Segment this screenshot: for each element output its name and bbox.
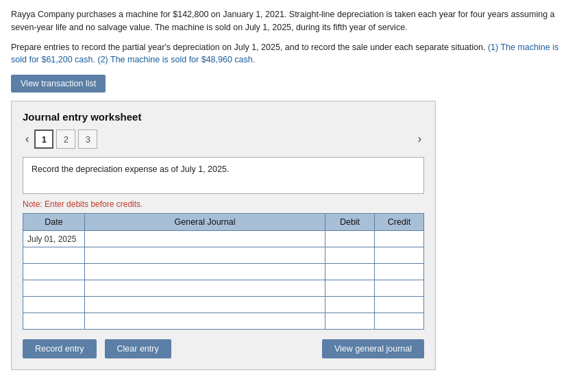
debit-input[interactable] (330, 284, 370, 293)
credit-input[interactable] (379, 317, 419, 326)
view-transaction-button[interactable]: View transaction list (11, 75, 106, 93)
tab-1[interactable]: 1 (34, 130, 53, 149)
col-header-date: Date (23, 214, 85, 231)
debit-input[interactable] (330, 317, 370, 326)
date-cell (23, 280, 85, 297)
journal-cell[interactable] (85, 247, 325, 264)
table-row: July 01, 2025 (23, 231, 424, 247)
debit-input[interactable] (330, 267, 370, 277)
col-header-debit: Debit (325, 214, 375, 231)
bottom-buttons: Record entry Clear entry View general jo… (23, 339, 424, 358)
journal-cell[interactable] (85, 297, 325, 313)
date-cell (23, 264, 85, 280)
journal-input[interactable] (89, 300, 321, 310)
table-row (23, 297, 424, 313)
journal-input[interactable] (89, 317, 321, 326)
prev-tab-arrow[interactable]: ‹ (23, 132, 32, 147)
credit-input[interactable] (379, 234, 419, 244)
journal-cell[interactable] (85, 231, 325, 247)
date-cell (23, 247, 85, 264)
date-cell: July 01, 2025 (23, 231, 85, 247)
debit-cell[interactable] (325, 280, 375, 297)
tab-2[interactable]: 2 (56, 130, 75, 149)
journal-input[interactable] (89, 234, 321, 244)
note-text: Note: Enter debits before credits. (23, 199, 424, 209)
journal-input[interactable] (89, 284, 321, 293)
credit-cell[interactable] (375, 264, 424, 280)
journal-cell[interactable] (85, 264, 325, 280)
credit-input[interactable] (379, 251, 419, 260)
journal-entry-worksheet: Journal entry worksheet ‹ 1 2 3 › Record… (11, 101, 436, 370)
credit-cell[interactable] (375, 313, 424, 330)
clear-entry-button[interactable]: Clear entry (105, 339, 171, 358)
credit-cell[interactable] (375, 247, 424, 264)
journal-cell[interactable] (85, 280, 325, 297)
col-header-general-journal: General Journal (85, 214, 325, 231)
problem-paragraph-2: Prepare entries to record the partial ye… (11, 41, 568, 67)
journal-table: Date General Journal Debit Credit July 0… (23, 213, 424, 330)
instruction-box: Record the depreciation expense as of Ju… (23, 157, 424, 194)
worksheet-title: Journal entry worksheet (23, 111, 424, 123)
debit-input[interactable] (330, 234, 370, 244)
debit-input[interactable] (330, 251, 370, 260)
debit-cell[interactable] (325, 313, 375, 330)
debit-cell[interactable] (325, 264, 375, 280)
problem-paragraph-1: Rayya Company purchases a machine for $1… (11, 8, 568, 34)
debit-cell[interactable] (325, 247, 375, 264)
date-cell (23, 313, 85, 330)
journal-input[interactable] (89, 251, 321, 260)
credit-cell[interactable] (375, 280, 424, 297)
instruction-text: Record the depreciation expense as of Ju… (32, 164, 229, 174)
table-row (23, 247, 424, 264)
debit-cell[interactable] (325, 231, 375, 247)
table-row (23, 264, 424, 280)
debit-input[interactable] (330, 300, 370, 310)
credit-input[interactable] (379, 300, 419, 310)
table-row (23, 313, 424, 330)
table-row (23, 280, 424, 297)
journal-input[interactable] (89, 267, 321, 277)
next-tab-arrow[interactable]: › (415, 132, 424, 147)
journal-cell[interactable] (85, 313, 325, 330)
credit-cell[interactable] (375, 297, 424, 313)
record-entry-button[interactable]: Record entry (23, 339, 97, 358)
credit-input[interactable] (379, 284, 419, 293)
tab-navigation: ‹ 1 2 3 › (23, 130, 424, 149)
debit-cell[interactable] (325, 297, 375, 313)
tab-3[interactable]: 3 (78, 130, 97, 149)
credit-input[interactable] (379, 267, 419, 277)
view-general-journal-button[interactable]: View general journal (322, 339, 424, 358)
credit-cell[interactable] (375, 231, 424, 247)
col-header-credit: Credit (375, 214, 424, 231)
date-cell (23, 297, 85, 313)
